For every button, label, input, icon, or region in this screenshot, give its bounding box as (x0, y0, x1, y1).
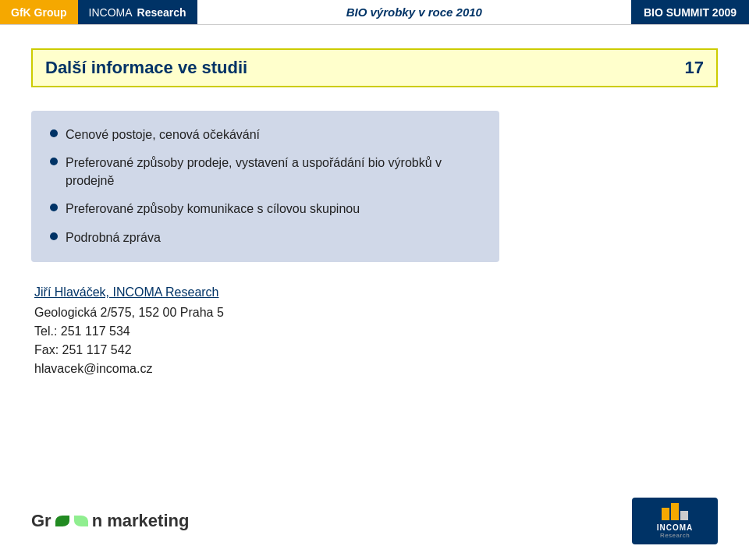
leaf-right-icon (74, 516, 88, 526)
bullet-text-4: Podrobná zpráva (66, 229, 161, 246)
header-gfk: GfK Group (0, 0, 78, 24)
research-label: Research (137, 6, 186, 19)
incoma-logo-box: INCOMA Research (632, 498, 718, 544)
gm-text-gr: Gr (31, 511, 51, 531)
bullet-dot-2 (50, 158, 58, 165)
gm-text-suffix: n marketing (92, 511, 190, 531)
header-bar: GfK Group INCOMA Research BIO výrobky v … (0, 0, 749, 25)
incoma-bar-1 (662, 508, 669, 520)
bottom-area: Gr n marketing INCOMA Research (31, 498, 718, 544)
contact-name: Jiří Hlaváček, INCOMA Research (34, 285, 718, 299)
bullet-item-2: Preferované způsoby prodeje, vystavení a… (50, 154, 481, 190)
incoma-logo-icon (662, 503, 688, 520)
header-title: BIO výrobky v roce 2010 (197, 5, 631, 19)
bullet-item-4: Podrobná zpráva (50, 229, 481, 246)
incoma-bar-3 (680, 511, 688, 520)
contact-fax: Fax: 251 117 542 (34, 343, 718, 357)
incoma-logo-text: INCOMA (657, 523, 694, 532)
leaf-left-icon (55, 516, 69, 526)
content-panel: Cenové postoje, cenová očekávání Prefero… (31, 111, 499, 262)
contact-tel: Tel.: 251 117 534 (34, 324, 718, 338)
header-incoma: INCOMA Research (78, 0, 197, 24)
slide-title: Další informace ve studii (45, 58, 669, 78)
bullet-dot-1 (50, 129, 58, 137)
title-box: Další informace ve studii 17 (31, 48, 718, 87)
bullet-text-1: Cenové postoje, cenová očekávání (66, 126, 260, 144)
header-summit: BIO SUMMIT 2009 (631, 0, 749, 24)
main-content: Další informace ve studii 17 Cenové post… (0, 25, 749, 396)
bullet-item-1: Cenové postoje, cenová očekávání (50, 126, 481, 144)
bullet-text-3: Preferované způsoby komunikace s cílovou… (66, 200, 360, 218)
contact-section: Jiří Hlaváček, INCOMA Research Geologick… (31, 285, 718, 376)
slide-number: 17 (685, 58, 704, 78)
bullet-item-3: Preferované způsoby komunikace s cílovou… (50, 200, 481, 218)
bullet-dot-3 (50, 204, 58, 211)
bullet-text-2: Preferované způsoby prodeje, vystavení a… (66, 154, 481, 190)
gfk-label: GfK Group (11, 6, 67, 19)
incoma-label: INCOMA (89, 6, 133, 19)
green-marketing-logo: Gr n marketing (31, 511, 189, 531)
contact-address: Geologická 2/575, 152 00 Praha 5 (34, 306, 718, 320)
incoma-logo-subtext: Research (660, 532, 690, 539)
contact-email: hlavacek@incoma.cz (34, 362, 718, 376)
incoma-bar-2 (671, 503, 679, 520)
bullet-dot-4 (50, 232, 58, 240)
